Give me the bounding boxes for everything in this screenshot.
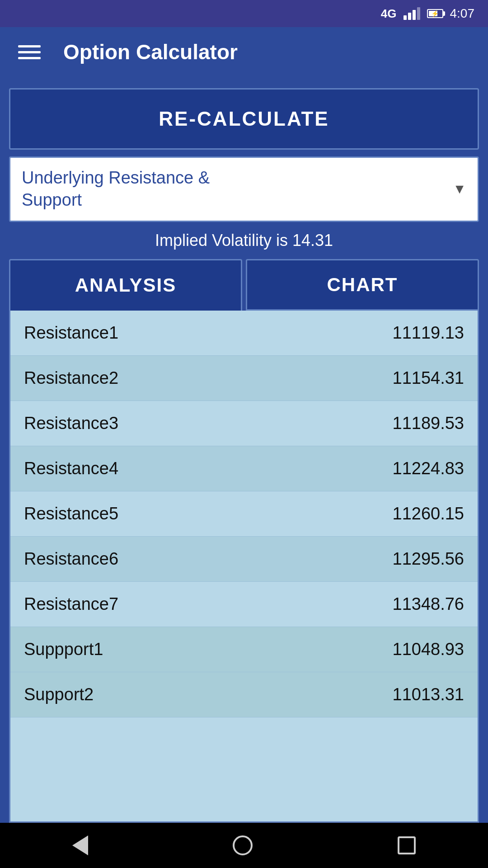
menu-button[interactable] bbox=[14, 41, 45, 64]
row-label: Resistance4 bbox=[24, 459, 393, 478]
recent-apps-button[interactable] bbox=[391, 830, 422, 861]
battery-icon: ⚡ bbox=[427, 9, 443, 18]
status-bar: 4G ⚡ 4:07 bbox=[0, 0, 488, 27]
table-row: Resistance411224.83 bbox=[10, 446, 478, 491]
tab-analysis[interactable]: ANALYSIS bbox=[9, 259, 242, 311]
hamburger-icon bbox=[18, 45, 41, 47]
app-bar: Option Calculator bbox=[0, 27, 488, 77]
row-label: Resistance6 bbox=[24, 549, 393, 569]
recent-apps-icon bbox=[398, 836, 416, 854]
row-value: 11048.93 bbox=[393, 640, 465, 659]
back-button[interactable] bbox=[66, 829, 95, 862]
row-label: Suppport1 bbox=[24, 640, 393, 659]
row-value: 11013.31 bbox=[393, 685, 465, 704]
row-value: 11154.31 bbox=[393, 368, 465, 388]
row-value: 11119.13 bbox=[393, 323, 465, 343]
row-label: Resistance5 bbox=[24, 504, 393, 524]
home-icon bbox=[233, 835, 253, 855]
app-title: Option Calculator bbox=[63, 40, 238, 64]
row-label: Resistance7 bbox=[24, 594, 393, 614]
table-row: Resistance311189.53 bbox=[10, 401, 478, 446]
row-value: 11348.76 bbox=[393, 594, 465, 614]
row-value: 11224.83 bbox=[393, 459, 465, 478]
table-row: Suppport111048.93 bbox=[10, 627, 478, 672]
row-value: 11260.15 bbox=[393, 504, 465, 524]
tabs-container: ANALYSIS CHART bbox=[9, 259, 479, 311]
chevron-down-icon: ▼ bbox=[453, 181, 466, 197]
dropdown-selected-text: Underlying Resistance &Support bbox=[22, 167, 446, 212]
table-row: Resistance211154.31 bbox=[10, 356, 478, 401]
time-display: 4:07 bbox=[450, 6, 475, 21]
status-bar-right: 4G ⚡ 4:07 bbox=[381, 6, 474, 21]
network-indicator: 4G bbox=[381, 7, 397, 21]
hamburger-icon bbox=[18, 51, 41, 53]
table-row: Resistance611295.56 bbox=[10, 537, 478, 582]
table-row: Resistance111119.13 bbox=[10, 311, 478, 356]
row-label: Support2 bbox=[24, 685, 393, 704]
hamburger-icon bbox=[18, 57, 41, 59]
row-label: Resistance1 bbox=[24, 323, 393, 343]
row-value: 11295.56 bbox=[393, 549, 465, 569]
tab-chart[interactable]: CHART bbox=[246, 259, 479, 311]
row-label: Resistance2 bbox=[24, 368, 393, 388]
nav-bar bbox=[0, 823, 488, 868]
data-table: Resistance111119.13Resistance211154.31Re… bbox=[9, 311, 479, 823]
table-row: Resistance511260.15 bbox=[10, 491, 478, 537]
row-value: 11189.53 bbox=[393, 414, 465, 433]
dropdown-container[interactable]: Underlying Resistance &Support ▼ bbox=[9, 156, 479, 222]
table-row: Resistance711348.76 bbox=[10, 582, 478, 627]
main-content: RE-CALCULATE Underlying Resistance &Supp… bbox=[0, 77, 488, 823]
row-label: Resistance3 bbox=[24, 414, 393, 433]
home-button[interactable] bbox=[226, 829, 259, 862]
implied-volatility-label: Implied Volatility is 14.31 bbox=[9, 222, 479, 259]
signal-icon bbox=[404, 7, 420, 20]
recalculate-button[interactable]: RE-CALCULATE bbox=[9, 88, 479, 150]
back-icon bbox=[72, 835, 88, 855]
table-row: Support211013.31 bbox=[10, 672, 478, 717]
